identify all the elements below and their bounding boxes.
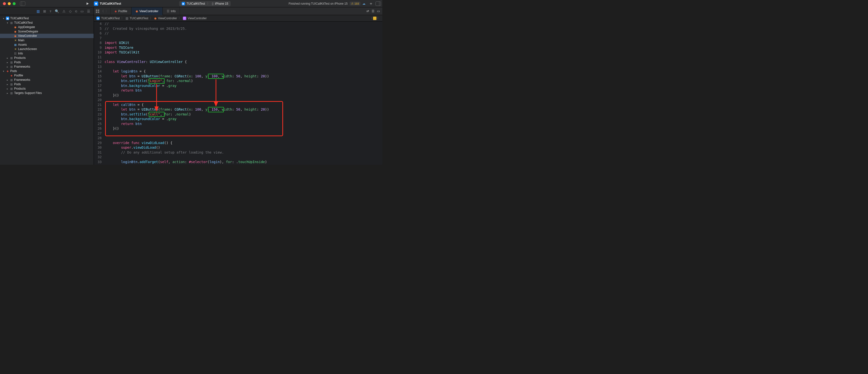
bc-nav-right-icon[interactable]: 〉 (377, 16, 380, 20)
related-items-button[interactable] (96, 9, 99, 13)
code-source[interactable]: let loginBtn = { (104, 69, 146, 74)
tab-info[interactable]: ☷ Info (163, 7, 180, 15)
code-line-26[interactable]: 26 }() (94, 126, 382, 131)
code-line-27[interactable]: 27 (94, 131, 382, 136)
code-line-8[interactable]: 8import UIKit (94, 40, 382, 46)
code-source[interactable]: return btn (104, 88, 142, 93)
library-add-button[interactable]: ＋ (369, 1, 373, 6)
tree-row-frameworks[interactable]: ▸▥Frameworks (0, 64, 94, 69)
code-line-30[interactable]: 30 super.viewDidLoad() (94, 145, 382, 150)
disclosure-icon[interactable]: ▸ (6, 83, 9, 86)
code-source[interactable]: // Do any additional setup after loading… (104, 150, 224, 155)
code-line-23[interactable]: 23 btn.setTitle("call", for: .normal) (94, 112, 382, 117)
code-source[interactable]: btn.backgroundColor = .gray (104, 84, 177, 88)
code-line-4[interactable]: 4// (94, 22, 382, 26)
code-line-13[interactable]: 13 (94, 64, 382, 69)
tree-row-pods[interactable]: ▸▥Pods (0, 82, 94, 86)
nav-find-icon[interactable]: 🔍 (55, 9, 59, 13)
jump-bar[interactable]: ▣ TUICallKitTest 〉 ▤ TUICallKitTest 〉 ◉ … (94, 15, 382, 22)
tree-row-launchscreen[interactable]: ✕LaunchScreen (0, 47, 94, 51)
bc-project[interactable]: TUICallKitTest (101, 17, 120, 20)
bc-symbol[interactable]: ViewController (188, 17, 207, 20)
nav-issues-icon[interactable]: ⚠ (62, 9, 66, 13)
disclosure-icon[interactable]: ▸ (6, 65, 9, 68)
code-line-17[interactable]: 17 btn.backgroundColor = .gray (94, 84, 382, 88)
code-line-11[interactable]: 11 (94, 55, 382, 60)
code-line-19[interactable]: 19 }() (94, 93, 382, 98)
toggle-navigator-button[interactable] (20, 1, 25, 6)
disclosure-icon[interactable]: ▾ (2, 70, 5, 73)
code-source[interactable]: btn.setTitle("Login", for: .normal) (104, 79, 193, 84)
toggle-inspectors-button[interactable] (375, 1, 381, 6)
editor-layout-icon[interactable]: ▭ (377, 9, 380, 13)
forward-button[interactable]: 〉 (105, 9, 108, 13)
disclosure-icon[interactable]: ▸ (6, 61, 9, 64)
tree-row-products[interactable]: ▸▥Products (0, 86, 94, 91)
nav-debug-icon[interactable]: ⎋ (75, 9, 77, 13)
code-source[interactable]: let btn = UIButton(frame: CGRect(x: 100,… (104, 107, 269, 112)
code-source[interactable]: import TUICore (104, 46, 133, 50)
minimize-window-button[interactable] (8, 2, 11, 5)
tree-row-tuicallkittest[interactable]: ▾▥TUICallKitTest (0, 21, 94, 25)
code-line-12[interactable]: 12class ViewController: UIViewController… (94, 60, 382, 64)
nav-tests-icon[interactable]: ◇ (69, 9, 72, 13)
tab-viewcontroller[interactable]: ◉ ViewController (131, 7, 163, 15)
code-line-25[interactable]: 25 return btn (94, 121, 382, 126)
nav-bookmarks-icon[interactable]: ⍕ (50, 9, 52, 13)
tree-row-products[interactable]: ▸▥Products (0, 56, 94, 60)
code-source[interactable]: class ViewController: UIViewController { (104, 60, 187, 64)
nav-reports-icon[interactable]: ☰ (87, 9, 90, 13)
tree-row-scenedelegate[interactable]: ◉SceneDelegate (0, 29, 94, 34)
disclosure-icon[interactable]: ▾ (6, 22, 9, 24)
disclosure-icon[interactable]: ▸ (6, 79, 9, 81)
code-source[interactable]: }() (104, 126, 119, 131)
code-line-34[interactable]: 34 (94, 164, 382, 165)
code-source[interactable]: // (104, 31, 109, 36)
code-line-18[interactable]: 18 return btn (94, 88, 382, 93)
code-line-32[interactable]: 32 (94, 155, 382, 160)
code-source[interactable]: import TUICallKit (104, 50, 140, 55)
code-source[interactable]: super.viewDidLoad() (104, 145, 160, 150)
code-source[interactable]: override func viewDidLoad() { (104, 141, 173, 145)
code-source[interactable]: let btn = UIButton(frame: CGRect(x: 100,… (104, 74, 269, 79)
code-line-15[interactable]: 15 let btn = UIButton(frame: CGRect(x: 1… (94, 74, 382, 79)
code-line-22[interactable]: 22 let btn = UIButton(frame: CGRect(x: 1… (94, 107, 382, 112)
code-line-28[interactable]: 28 (94, 136, 382, 141)
tree-row-pods[interactable]: ▸▥Pods (0, 60, 94, 64)
code-line-24[interactable]: 24 btn.backgroundColor = .gray (94, 117, 382, 121)
code-source[interactable]: let callBtn = { (104, 103, 144, 108)
tree-row-tuicallkittest[interactable]: ▾▣TUICallKitTest (0, 16, 94, 21)
tree-row-targets-support-files[interactable]: ▸▥Targets Support Files (0, 91, 94, 95)
nav-breakpoints-icon[interactable]: ▭ (81, 9, 84, 13)
tree-row-viewcontroller[interactable]: ◉ViewController (0, 34, 94, 38)
code-line-9[interactable]: 9import TUICore (94, 46, 382, 50)
code-line-29[interactable]: 29 override func viewDidLoad() { (94, 141, 382, 145)
editor-sync-icon[interactable]: ⇄ (367, 9, 369, 13)
tree-row-podfile[interactable]: ◈Podfile (0, 73, 94, 78)
code-line-21[interactable]: 21 let callBtn = { (94, 103, 382, 108)
code-source[interactable]: btn.backgroundColor = .gray (104, 117, 177, 121)
nav-project-icon[interactable]: ▥ (37, 9, 40, 13)
scheme-selector[interactable]: ▣ TUICallKitTest 〉 ▯ iPhone 15 (179, 1, 231, 6)
source-editor[interactable]: 4//5// Created by vincepzhang on 2023/9/… (94, 22, 382, 165)
nav-source-control-icon[interactable]: ⊞ (43, 9, 46, 13)
tree-row-main[interactable]: ✕Main (0, 38, 94, 42)
code-line-33[interactable]: 33 loginBtn.addTarget(self, action: #sel… (94, 160, 382, 165)
code-line-7[interactable]: 7 (94, 36, 382, 41)
code-line-20[interactable]: 20 (94, 98, 382, 103)
code-source[interactable]: // Created by vincepzhang on 2023/9/25. (104, 26, 187, 31)
disclosure-icon[interactable]: ▾ (2, 17, 5, 20)
cloud-status-icon[interactable]: ☁ (362, 2, 366, 5)
code-source[interactable]: return btn (104, 121, 142, 126)
code-line-6[interactable]: 6// (94, 31, 382, 36)
bc-file[interactable]: ViewController (158, 17, 177, 20)
zoom-window-button[interactable] (13, 2, 16, 5)
code-source[interactable]: loginBtn.addTarget(self, action: #select… (104, 160, 267, 165)
tree-row-info[interactable]: ☷Info (0, 51, 94, 56)
tree-row-appdelegate[interactable]: ◉AppDelegate (0, 25, 94, 29)
editor-adjust-icon[interactable]: ☰ (372, 9, 374, 13)
tree-row-frameworks[interactable]: ▸▥Frameworks (0, 78, 94, 82)
tab-podfile[interactable]: ◈ Podfile (111, 7, 131, 15)
code-source[interactable]: btn.setTitle("call", for: .normal) (104, 112, 191, 117)
back-button[interactable]: 〈 (101, 9, 104, 13)
